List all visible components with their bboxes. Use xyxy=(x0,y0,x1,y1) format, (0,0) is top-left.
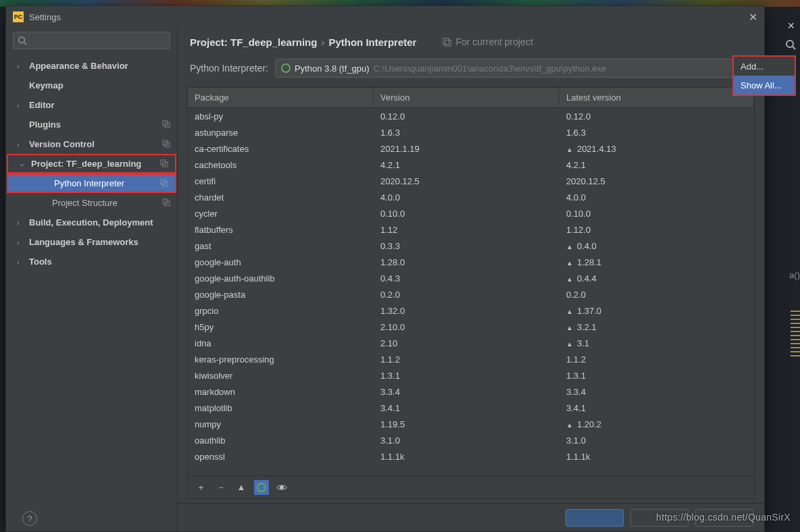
table-row[interactable]: keras-preprocessing1.1.21.1.2 xyxy=(188,351,754,367)
table-row[interactable]: flatbuffers1.121.12.0 xyxy=(188,221,754,238)
chevron-icon: › xyxy=(17,219,26,227)
table-row[interactable]: idna2.10▲3.1 xyxy=(188,335,754,351)
sidebar-item-label: Plugins xyxy=(29,119,162,130)
remove-package-button[interactable]: － xyxy=(214,480,228,495)
breadcrumb-project: Project: TF_deep_learning xyxy=(190,36,317,48)
cell-version: 4.0.0 xyxy=(374,192,559,203)
header-latest[interactable]: Latest version xyxy=(559,88,754,107)
upgrade-arrow-icon: ▲ xyxy=(566,308,573,315)
editor-tab-close-icon[interactable]: × xyxy=(787,19,795,33)
scope-icon xyxy=(162,140,172,149)
sidebar-item-label: Keymap xyxy=(29,80,172,90)
watermark: https://blog.csdn.net/QuanSirX xyxy=(656,512,791,523)
table-row[interactable]: cycler0.10.00.10.0 xyxy=(188,205,754,221)
sidebar-item-label: Python Interpreter xyxy=(54,178,160,188)
table-body[interactable]: absl-py0.12.00.12.0astunparse1.6.31.6.3c… xyxy=(188,108,754,475)
sidebar-item-label: Project Structure xyxy=(52,198,162,208)
sidebar-item-tools[interactable]: ›Tools xyxy=(6,252,177,271)
cell-latest: ▲1.28.1 xyxy=(559,257,754,267)
add-package-button[interactable]: ＋ xyxy=(193,480,208,495)
sidebar-item-languages-frameworks[interactable]: ›Languages & Frameworks xyxy=(6,232,177,252)
cell-package: kiwisolver xyxy=(188,371,374,381)
cell-package: google-auth-oauthlib xyxy=(188,273,374,284)
upgrade-package-button[interactable]: ▲ xyxy=(234,480,249,495)
chevron-icon: › xyxy=(17,62,26,70)
packages-table: Package Version Latest version absl-py0.… xyxy=(187,87,755,476)
sidebar-item-keymap[interactable]: Keymap xyxy=(6,76,177,95)
cell-version: 0.12.0 xyxy=(374,111,559,122)
ok-button[interactable] xyxy=(566,509,624,527)
cell-latest: 3.1.0 xyxy=(559,435,754,446)
sidebar-item-label: Tools xyxy=(29,257,172,267)
table-row[interactable]: absl-py0.12.00.12.0 xyxy=(188,108,754,124)
cell-package: openssl xyxy=(188,452,374,462)
sidebar-item-editor[interactable]: ›Editor xyxy=(6,95,177,115)
cell-latest: ▲1.37.0 xyxy=(559,306,754,316)
cell-latest: ▲2021.4.13 xyxy=(559,144,754,154)
cell-package: h5py xyxy=(188,322,374,332)
interpreter-name: Python 3.8 (tf_gpu) xyxy=(295,63,370,74)
sidebar-item-appearance-behavior[interactable]: ›Appearance & Behavior xyxy=(6,56,177,76)
header-version[interactable]: Version xyxy=(374,88,559,107)
window-title: Settings xyxy=(29,12,61,22)
cell-latest: ▲3.2.1 xyxy=(559,322,754,332)
sidebar-item-version-control[interactable]: ›Version Control xyxy=(6,134,177,154)
upgrade-arrow-icon: ▲ xyxy=(566,259,573,267)
sidebar-item-python-interpreter[interactable]: Python Interpreter xyxy=(7,174,176,193)
interpreter-dropdown[interactable]: Python 3.8 (tf_gpu) C:\Users\quanjiamin0… xyxy=(275,59,752,78)
table-row[interactable]: numpy1.19.5▲1.20.2 xyxy=(188,416,754,432)
chevron-icon: › xyxy=(17,140,26,149)
cell-latest: ▲3.1 xyxy=(559,338,754,348)
upgrade-arrow-icon: ▲ xyxy=(566,421,573,429)
conda-toggle-button[interactable] xyxy=(254,480,269,495)
table-row[interactable]: certifi2020.12.52020.12.5 xyxy=(188,173,754,189)
sidebar-item-project-tf-deep-learning[interactable]: ⌄Project: TF_deep_learning xyxy=(7,154,176,174)
sidebar-item-plugins[interactable]: Plugins xyxy=(6,115,177,134)
chevron-icon: ⌄ xyxy=(19,159,28,168)
cell-latest: 1.3.1 xyxy=(559,371,754,381)
sidebar-item-label: Build, Execution, Deployment xyxy=(29,217,172,228)
table-row[interactable]: grpcio1.32.0▲1.37.0 xyxy=(188,302,754,319)
table-row[interactable]: gast0.3.3▲0.4.0 xyxy=(188,238,754,254)
header-package[interactable]: Package xyxy=(188,88,374,107)
table-row[interactable]: chardet4.0.04.0.0 xyxy=(188,189,754,205)
cell-package: chardet xyxy=(188,192,374,203)
menu-add[interactable]: Add... xyxy=(734,57,795,76)
table-row[interactable]: cachetools4.2.14.2.1 xyxy=(188,157,754,173)
table-row[interactable]: kiwisolver1.3.11.3.1 xyxy=(188,367,754,383)
sidebar-item-label: Appearance & Behavior xyxy=(29,61,172,71)
cell-version: 1.19.5 xyxy=(374,419,559,429)
table-row[interactable]: matplotlib3.4.13.4.1 xyxy=(188,400,754,416)
cell-version: 0.4.3 xyxy=(374,273,559,284)
cell-version: 1.1.1k xyxy=(374,452,559,462)
cell-package: google-pasta xyxy=(188,290,374,300)
table-row[interactable]: google-auth-oauthlib0.4.3▲0.4.4 xyxy=(188,270,754,286)
editor-search-icon[interactable] xyxy=(785,39,796,52)
table-row[interactable]: openssl1.1.1k1.1.1k xyxy=(188,448,754,464)
sidebar-item-project-structure[interactable]: Project Structure xyxy=(6,193,177,213)
table-row[interactable]: oauthlib3.1.03.1.0 xyxy=(188,432,754,448)
cell-version: 2020.12.5 xyxy=(374,176,559,186)
show-early-releases-button[interactable] xyxy=(274,480,289,495)
table-row[interactable]: markdown3.3.43.3.4 xyxy=(188,383,754,400)
sidebar-search-input[interactable] xyxy=(13,32,170,49)
sidebar-item-label: Editor xyxy=(29,100,172,110)
chevron-icon: › xyxy=(17,238,26,246)
table-row[interactable]: h5py2.10.0▲3.2.1 xyxy=(188,319,754,335)
cell-latest: 1.12.0 xyxy=(559,225,754,235)
cell-version: 0.3.3 xyxy=(374,241,559,251)
svg-line-1 xyxy=(793,47,795,49)
settings-dialog: PC Settings ✕ ›Appearance & BehaviorKeym… xyxy=(5,5,765,532)
close-icon[interactable]: ✕ xyxy=(749,11,757,24)
cell-version: 3.4.1 xyxy=(374,403,559,413)
menu-show-all[interactable]: Show All... xyxy=(734,76,795,95)
cell-package: markdown xyxy=(188,387,374,397)
cell-package: oauthlib xyxy=(188,435,374,446)
svg-rect-15 xyxy=(445,40,451,46)
upgrade-arrow-icon: ▲ xyxy=(566,340,573,348)
table-row[interactable]: google-pasta0.2.00.2.0 xyxy=(188,286,754,302)
table-row[interactable]: ca-certificates2021.1.19▲2021.4.13 xyxy=(188,140,754,157)
sidebar-item-build-execution-deployment[interactable]: ›Build, Execution, Deployment xyxy=(6,213,177,232)
table-row[interactable]: astunparse1.6.31.6.3 xyxy=(188,124,754,140)
table-row[interactable]: google-auth1.28.0▲1.28.1 xyxy=(188,254,754,270)
